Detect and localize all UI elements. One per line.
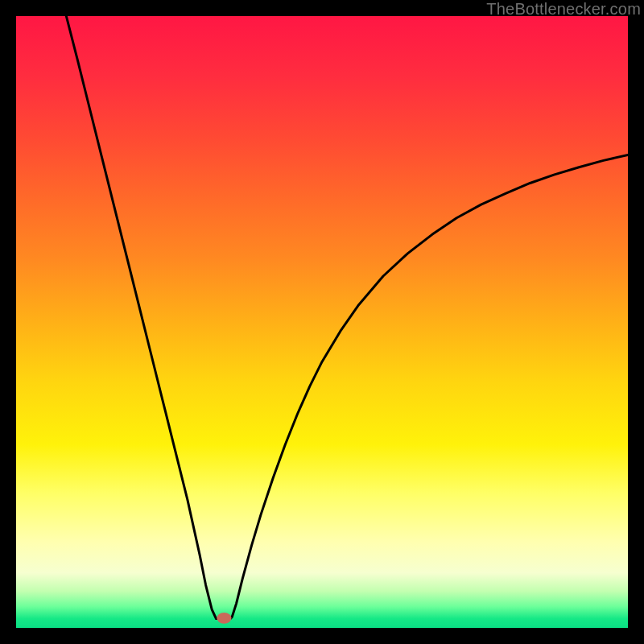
gradient-background: [16, 16, 628, 628]
optimal-point-marker: [217, 613, 231, 624]
chart-frame: [16, 16, 628, 628]
bottleneck-chart: [16, 16, 628, 628]
watermark-text: TheBottlenecker.com: [486, 0, 641, 19]
